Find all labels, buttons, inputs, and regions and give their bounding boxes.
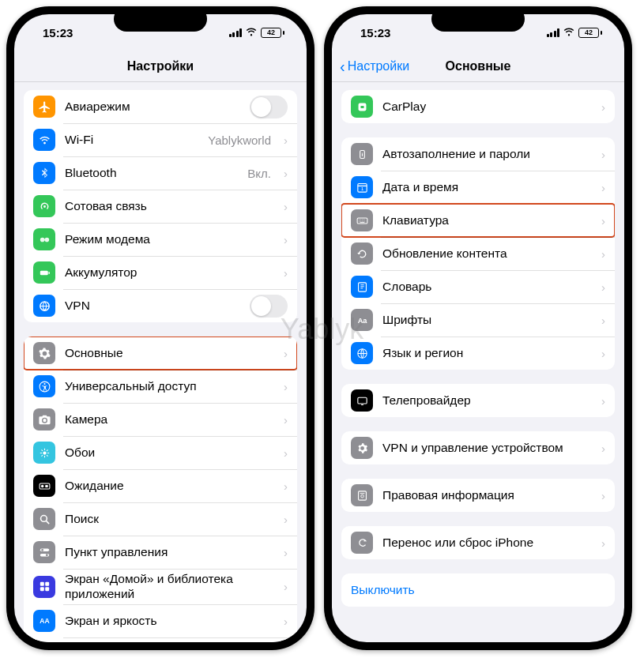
- row-siri[interactable]: Siri ›: [24, 637, 297, 642]
- svg-point-7: [40, 484, 43, 487]
- certificate-icon: [351, 484, 373, 506]
- phone-left: 15:23 42 Настройки Авиарежим: [6, 6, 314, 650]
- chevron-right-icon: ›: [284, 233, 288, 246]
- svg-rect-15: [45, 582, 49, 586]
- row-label: Режим модема: [65, 232, 271, 247]
- row-control-center[interactable]: Пункт управления ›: [24, 536, 297, 569]
- row-general[interactable]: Основные ›: [24, 337, 297, 370]
- row-wifi[interactable]: Wi-Fi Yablykworld ›: [24, 123, 297, 156]
- wifi-settings-icon: [33, 129, 55, 151]
- navbar: Настройки: [14, 51, 307, 82]
- bluetooth-icon: [33, 162, 55, 184]
- gear-small-icon: [351, 437, 373, 459]
- chevron-right-icon: ›: [601, 314, 605, 327]
- row-label: Выключить: [351, 583, 605, 598]
- chevron-right-icon: ›: [284, 266, 288, 280]
- row-label: Экран и яркость: [65, 614, 271, 629]
- chevron-right-icon: ›: [284, 133, 288, 147]
- chevron-right-icon: ›: [284, 513, 288, 526]
- screen-left: 15:23 42 Настройки Авиарежим: [14, 14, 307, 642]
- row-label: Дата и время: [382, 180, 589, 195]
- row-label: VPN: [65, 299, 240, 314]
- dynamic-island: [431, 6, 525, 32]
- row-label: Камера: [65, 412, 271, 427]
- row-autofill[interactable]: Автозаполнение и пароли ›: [341, 137, 615, 171]
- svg-point-32: [360, 494, 363, 498]
- row-label: CarPlay: [382, 100, 589, 115]
- status-time: 15:23: [360, 26, 390, 39]
- keyboard-icon: [351, 209, 373, 231]
- svg-rect-31: [358, 491, 366, 499]
- chevron-right-icon: ›: [601, 247, 605, 261]
- toggle-vpn[interactable]: [250, 295, 288, 318]
- row-fonts[interactable]: Aa Шрифты ›: [341, 303, 615, 337]
- toggle-airplane[interactable]: [250, 96, 288, 118]
- row-transfer-reset[interactable]: Перенос или сброс iPhone ›: [341, 526, 615, 559]
- row-shutdown[interactable]: Выключить: [341, 573, 615, 607]
- row-language[interactable]: Язык и регион ›: [341, 337, 615, 370]
- svg-text:1: 1: [360, 186, 363, 191]
- row-battery[interactable]: Аккумулятор ›: [24, 256, 297, 289]
- nav-back-button[interactable]: ‹ Настройки: [340, 51, 409, 81]
- row-vpn[interactable]: VPN: [24, 289, 297, 322]
- row-legal[interactable]: Правовая информация ›: [341, 479, 615, 512]
- airplane-icon: [33, 96, 55, 118]
- row-bluetooth[interactable]: Bluetooth Вкл. ›: [24, 156, 297, 190]
- row-label: Телепровайдер: [382, 393, 589, 408]
- row-standby[interactable]: Ожидание ›: [24, 469, 297, 502]
- row-background-refresh[interactable]: Обновление контента ›: [341, 237, 615, 270]
- row-accessibility[interactable]: Универсальный доступ ›: [24, 370, 297, 403]
- row-keyboard[interactable]: Клавиатура ›: [341, 204, 615, 237]
- page-title: Настройки: [127, 59, 194, 73]
- carplay-icon: [351, 96, 373, 118]
- row-label: Bluetooth: [65, 166, 238, 181]
- row-home-screen[interactable]: Экран «Домой» и библиотека приложений ›: [24, 569, 297, 604]
- chevron-right-icon: ›: [284, 347, 288, 360]
- svg-rect-27: [358, 282, 366, 291]
- row-carplay[interactable]: CarPlay ›: [341, 90, 615, 123]
- row-label: Аккумулятор: [65, 265, 271, 280]
- chevron-right-icon: ›: [284, 580, 288, 593]
- general-list[interactable]: CarPlay › Автозаполнение и пароли › 1 Да…: [332, 82, 624, 642]
- row-search[interactable]: Поиск ›: [24, 502, 297, 536]
- display-brightness-icon: AA: [33, 610, 55, 632]
- vpn-icon: [33, 295, 55, 317]
- chevron-left-icon: ‹: [340, 58, 345, 74]
- chevron-right-icon: ›: [284, 200, 288, 213]
- row-label: VPN и управление устройством: [382, 441, 589, 456]
- chevron-right-icon: ›: [601, 489, 605, 502]
- chevron-right-icon: ›: [284, 479, 288, 493]
- row-label: Перенос или сброс iPhone: [382, 536, 589, 551]
- chevron-right-icon: ›: [601, 536, 605, 550]
- standby-icon: [33, 475, 55, 497]
- row-label: Wi-Fi: [65, 133, 198, 148]
- chevron-right-icon: ›: [601, 100, 605, 114]
- row-display[interactable]: AA Экран и яркость ›: [24, 604, 297, 637]
- search-icon: [33, 508, 55, 530]
- control-center-icon: [33, 541, 55, 563]
- row-datetime[interactable]: 1 Дата и время ›: [341, 171, 615, 204]
- dynamic-island: [114, 6, 207, 32]
- chevron-right-icon: ›: [284, 615, 288, 628]
- row-tvprovider[interactable]: Телепровайдер ›: [341, 384, 615, 417]
- status-time: 15:23: [43, 26, 73, 39]
- svg-rect-21: [360, 106, 363, 108]
- svg-point-13: [45, 554, 47, 556]
- row-cellular[interactable]: Сотовая связь ›: [24, 190, 297, 223]
- row-wallpaper[interactable]: Обои ›: [24, 436, 297, 469]
- svg-rect-14: [40, 582, 43, 586]
- row-hotspot[interactable]: Режим модема ›: [24, 223, 297, 256]
- row-camera[interactable]: Камера ›: [24, 403, 297, 436]
- chevron-right-icon: ›: [601, 347, 605, 360]
- settings-list[interactable]: Авиарежим Wi-Fi Yablykworld › Bluetooth …: [14, 82, 307, 642]
- chevron-right-icon: ›: [284, 446, 288, 460]
- svg-rect-16: [40, 587, 43, 591]
- row-dictionary[interactable]: Словарь ›: [341, 270, 615, 303]
- svg-point-9: [40, 515, 47, 521]
- row-label: Экран «Домой» и библиотека приложений: [65, 572, 271, 601]
- cellular-signal-icon: [229, 28, 243, 37]
- row-vpn-management[interactable]: VPN и управление устройством ›: [341, 431, 615, 464]
- battery-icon: 42: [578, 28, 602, 38]
- row-airplane[interactable]: Авиарежим: [24, 90, 297, 123]
- gear-icon: [33, 342, 55, 364]
